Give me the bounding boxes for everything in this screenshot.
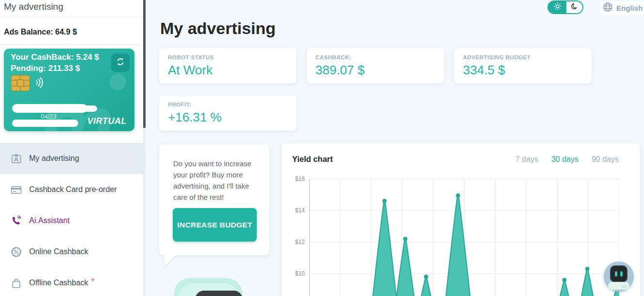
sidebar-item-label: Offline Cashback [29, 279, 88, 287]
app-root: My advertising Ads Balance: 64.9 $ m You… [0, 0, 644, 296]
tab-30-days[interactable]: 30 days [551, 155, 578, 164]
robot-eye [615, 271, 617, 277]
robot-mascot [174, 278, 243, 296]
stat-value: 334.5 $ [463, 63, 583, 78]
globe-icon [603, 2, 613, 14]
sidebar-item-label: Online Cashback [29, 247, 88, 256]
sidebar-item-label: Ai.Assistant [29, 216, 70, 225]
sidebar-item-ai-assistant[interactable]: Ai.Assistant [0, 205, 143, 236]
advertising-budget-card: ADVERTISING BUDGET 334.5 $ [454, 48, 592, 84]
robot-icon [610, 265, 627, 282]
sidebar-item-offline-cashback[interactable]: Offline Cashback + [0, 267, 143, 296]
robot-eye [620, 271, 623, 277]
refresh-icon [116, 57, 125, 69]
chart-title: Yield chart [292, 155, 333, 164]
sidebar-item-label: Cashback Card pre-order [29, 185, 117, 194]
robot-face-screen [195, 291, 243, 296]
card-pending-amount: Pending: 211.33 $ [11, 64, 80, 73]
sidebar-title: My advertising [4, 1, 64, 12]
y-axis-tick: $10 [285, 270, 305, 277]
page-title: My advertising [160, 19, 276, 38]
sidebar-item-my-advertising[interactable]: My advertising [0, 143, 143, 174]
sun-icon [553, 2, 562, 13]
card-expiry: 04/23 [41, 113, 57, 120]
sidebar-item-label: My advertising [29, 154, 79, 163]
chat-robot-button[interactable]: dm [604, 261, 634, 292]
y-axis-tick: $12 [285, 239, 305, 245]
assistant-message: Do you want to increase your profit? Buy… [173, 158, 256, 203]
redacted-card-holder [12, 120, 78, 127]
stat-value: 389.07 $ [315, 63, 435, 78]
ads-balance: Ads Balance: 64.9 $ [4, 28, 77, 36]
chat-button-label: dm [622, 284, 627, 289]
yield-area-chart [309, 175, 619, 296]
light-mode-segment[interactable] [548, 1, 566, 13]
emv-chip-icon [11, 75, 30, 93]
sidebar-scrollbar-thumb[interactable] [143, 0, 146, 128]
card-cashback-amount: Your CashBack: 5.24 $ [11, 52, 99, 62]
stat-value: At Work [168, 63, 288, 78]
profit-card: PROFIT: +16.31 % [159, 95, 297, 131]
divider [0, 44, 143, 45]
cashback-card: m Your CashBack: 5.24 $ Pending: 211.33 … [4, 49, 134, 131]
yield-chart-card: Yield chart 7 days 30 days 90 days $16$1… [281, 143, 640, 296]
speech-bubble-tail [164, 254, 177, 267]
credit-card-icon [10, 183, 22, 196]
stat-value: +16.31 % [168, 110, 288, 125]
increase-budget-button[interactable]: INCREASE BUDGET [173, 208, 257, 242]
shopping-bag-icon [10, 277, 22, 289]
assistant-speech-bubble: Do you want to increase your profit? Buy… [159, 144, 269, 255]
stat-label: ROBOT STATUS [168, 54, 288, 60]
cashback-card-stat: CASHBACK: 389.07 $ [307, 48, 444, 84]
contactless-icon [35, 77, 44, 90]
language-label: English [616, 4, 643, 12]
stat-label: PROFIT: [168, 102, 288, 107]
tab-7-days[interactable]: 7 days [515, 155, 538, 164]
redacted-card-number [77, 105, 97, 112]
id-badge-icon [10, 152, 22, 165]
robot-body: dm [608, 282, 629, 290]
sidebar: My advertising Ads Balance: 64.9 $ m You… [0, 0, 143, 296]
robot-status-card: ROBOT STATUS At Work [159, 48, 297, 84]
redacted-card-number [12, 104, 87, 113]
percent-badge-icon [10, 245, 22, 258]
virtual-label: VIRTUAL [87, 116, 127, 126]
sidebar-item-cashback-card-pre-order[interactable]: Cashback Card pre-order [0, 174, 143, 205]
divider [0, 16, 143, 17]
refresh-button[interactable] [111, 53, 130, 72]
y-axis-tick: $16 [285, 175, 305, 182]
sidebar-menu: My advertising Cashback Card pre-order [0, 143, 143, 296]
moon-icon [570, 2, 578, 13]
theme-toggle[interactable] [547, 0, 583, 14]
card-watermark-dot [110, 74, 126, 90]
y-axis-tick: $14 [285, 207, 305, 214]
sidebar-item-online-cashback[interactable]: Online Cashback [0, 236, 143, 267]
language-selector[interactable]: English [600, 1, 644, 15]
phone-icon [10, 214, 22, 227]
stat-label: ADVERTISING BUDGET [463, 54, 583, 60]
stat-label: CASHBACK: [315, 54, 435, 60]
tab-90-days[interactable]: 90 days [592, 155, 619, 164]
dark-mode-segment[interactable] [566, 1, 582, 13]
chart-range-tabs: 7 days 30 days 90 days [515, 155, 619, 164]
new-badge: + [91, 276, 95, 283]
